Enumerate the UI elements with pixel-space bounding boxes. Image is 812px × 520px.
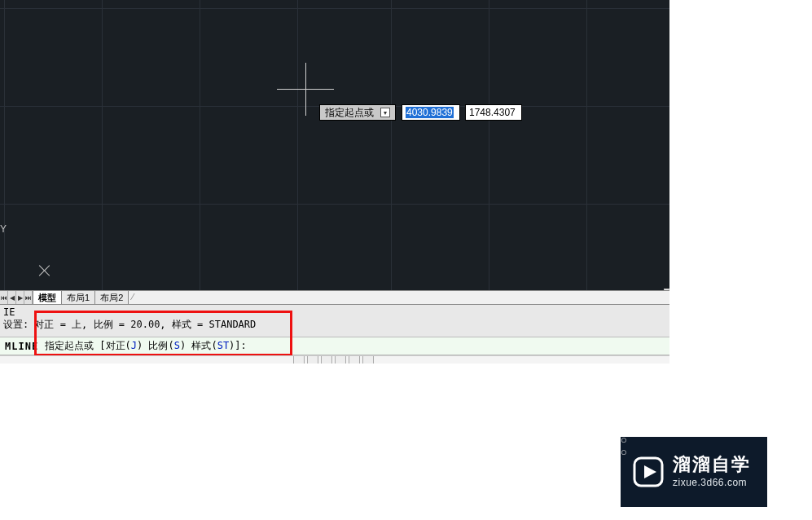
ucs-y-axis-label: Y — [0, 223, 7, 235]
grid-line — [297, 0, 298, 290]
dynamic-input-prompt: 指定起点或 ▾ — [319, 104, 396, 121]
command-history: IE 设置: 对正 = 上, 比例 = 20.00, 样式 = STANDARD — [0, 305, 669, 337]
command-option-s[interactable]: S — [174, 340, 180, 351]
drawing-canvas[interactable]: 指定起点或 ▾ 4030.9839 1748.4307 Y — [0, 0, 669, 290]
status-toggle-icon[interactable] — [335, 355, 346, 364]
command-history-line: 设置: 对正 = 上, 比例 = 20.00, 样式 = STANDARD — [3, 319, 668, 331]
grid-line — [4, 0, 5, 290]
brand-subtitle-en: zixue.3d66.com — [673, 477, 751, 488]
command-option-st[interactable]: ST — [217, 340, 229, 351]
tab-nav-first-icon[interactable]: ⏮ — [0, 291, 8, 304]
tab-nav-prev-icon[interactable]: ◀ — [8, 291, 16, 304]
grid-line — [586, 0, 587, 290]
tab-end-divider: ∕ — [129, 291, 137, 304]
command-input-row[interactable]: MLINE 指定起点或 [对正(J) 比例(S) 样式(ST)]: — [0, 337, 669, 355]
tab-model-label: 模型 — [38, 292, 56, 304]
status-toggle-icon[interactable] — [321, 355, 332, 364]
dynamic-input-x[interactable]: 4030.9839 — [402, 104, 460, 121]
command-prompt: 指定起点或 [对正(J) 比例(S) 样式(ST)]: — [43, 339, 247, 353]
tabs-nav-buttons: ⏮ ◀ ▶ ⏭ — [0, 291, 33, 304]
grid-line — [200, 0, 200, 290]
command-prompt-text: )]: — [229, 340, 247, 351]
command-option-j[interactable]: J — [131, 340, 137, 351]
brand-title-zh: 溜溜自学 — [673, 456, 751, 474]
dynamic-input-y-value: 1748.4307 — [469, 107, 516, 118]
status-bar-toggles — [293, 355, 374, 364]
brand-text: 溜溜自学 zixue.3d66.com — [673, 456, 751, 488]
crosshair-horizontal — [277, 89, 334, 90]
command-name-label: MLINE — [0, 341, 43, 352]
command-prompt-text: ) 样式( — [180, 340, 217, 351]
dynamic-input-prompt-text: 指定起点或 — [325, 106, 374, 120]
status-bar — [0, 355, 669, 364]
tab-layout1-label: 布局1 — [67, 292, 90, 304]
tab-layout1[interactable]: 布局1 — [62, 291, 95, 304]
tab-nav-last-icon[interactable]: ⏭ — [24, 291, 33, 304]
grid-line — [0, 204, 669, 205]
brand-watermark: ○ ○ 溜溜自学 zixue.3d66.com — [621, 437, 767, 507]
command-prompt-text: ) 比例( — [137, 340, 174, 351]
brand-faint-text: ○ ○ — [621, 434, 639, 458]
status-toggle-icon[interactable] — [349, 355, 360, 364]
layout-tabs-bar: ⏮ ◀ ▶ ⏭ 模型 布局1 布局2 ∕ — [0, 290, 669, 305]
status-toggle-icon[interactable] — [293, 355, 305, 364]
command-history-line: IE — [3, 306, 668, 319]
dynamic-input-x-value: 4030.9839 — [406, 107, 454, 118]
tab-layout2-label: 布局2 — [100, 292, 123, 304]
status-toggle-icon[interactable] — [307, 355, 318, 364]
command-prompt-text: 指定起点或 [对正( — [45, 340, 131, 351]
tab-model[interactable]: 模型 — [33, 291, 62, 304]
ucs-origin-icon — [39, 265, 50, 276]
grid-line — [391, 0, 392, 290]
status-toggle-icon[interactable] — [362, 355, 374, 364]
tab-nav-next-icon[interactable]: ▶ — [16, 291, 24, 304]
command-area: IE 设置: 对正 = 上, 比例 = 20.00, 样式 = STANDARD… — [0, 305, 669, 355]
svg-marker-1 — [644, 465, 656, 478]
dropdown-arrow-icon[interactable]: ▾ — [380, 108, 390, 117]
grid-line — [0, 8, 669, 9]
dynamic-input-y[interactable]: 1748.4307 — [465, 104, 522, 121]
play-logo-icon — [632, 456, 665, 488]
grid-line — [489, 0, 489, 290]
tab-layout2[interactable]: 布局2 — [95, 291, 129, 304]
grid-line — [102, 0, 103, 290]
